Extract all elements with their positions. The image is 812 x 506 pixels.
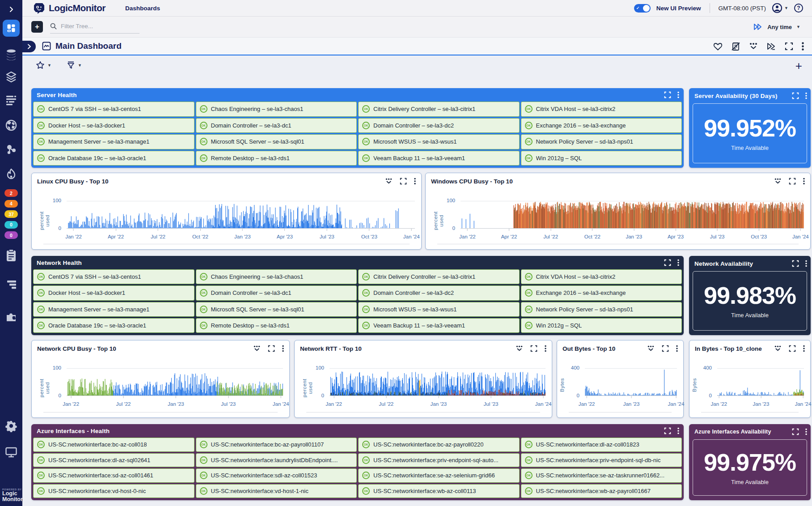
sidebar-item-dashboards[interactable] bbox=[3, 20, 20, 37]
health-item[interactable]: OKMicrosoft WSUS – se-la3-wsus1 bbox=[358, 134, 520, 149]
widget-summary-icon[interactable] bbox=[774, 345, 782, 352]
kebab-menu-icon[interactable] bbox=[803, 178, 805, 185]
health-item[interactable]: OKUS-SC:networkinterface:priv-endpoint-s… bbox=[358, 453, 520, 468]
fullscreen-icon[interactable] bbox=[792, 428, 799, 435]
health-item[interactable]: OKWin 2012g – SQL bbox=[521, 151, 682, 166]
health-item[interactable]: OKManagement Server – se-la3-manage1 bbox=[33, 302, 195, 317]
health-item[interactable]: OKUS-SC:networkinterface:bc-az-payroll02… bbox=[358, 438, 520, 452]
time-range-selector[interactable]: Any time bbox=[767, 24, 792, 30]
health-item[interactable]: OKCitrix Delivery Controller – se-la3-ci… bbox=[358, 102, 520, 117]
kebab-menu-icon[interactable] bbox=[677, 91, 679, 98]
kebab-menu-icon[interactable] bbox=[803, 345, 805, 352]
chart-plot-area[interactable]: percent used 100 0 Jan '22Apr '22Jul '22… bbox=[32, 189, 421, 249]
add-widget-button[interactable]: + bbox=[795, 61, 802, 71]
health-item[interactable]: OKManagement Server – se-la3-manage1 bbox=[33, 134, 195, 149]
health-item[interactable]: OKExchange 2016 – se-la3-exchange bbox=[521, 285, 682, 300]
health-item[interactable]: OKUS-SC:networkinterface:se-az-selenium-… bbox=[358, 468, 520, 483]
health-item[interactable]: OKChaos Engineering – se-la3-chaos1 bbox=[196, 102, 357, 117]
health-item[interactable]: OKUS-SC:networkinterface:dl-az-coll01823 bbox=[521, 438, 682, 452]
fullscreen-icon[interactable] bbox=[268, 345, 275, 352]
health-item[interactable]: OKWin 2012g – SQL bbox=[521, 318, 682, 333]
fullscreen-icon[interactable] bbox=[530, 345, 537, 352]
health-item[interactable]: OKUS-SC:networkinterface:se-az-taskrunne… bbox=[521, 468, 682, 483]
health-item[interactable]: OKUS-SC:networkinterface:sdl-az-coll0152… bbox=[196, 468, 357, 483]
widget-filter[interactable]: ▼ bbox=[67, 61, 82, 69]
health-item[interactable]: OKDocker Host – se-la3-docker1 bbox=[33, 118, 195, 133]
health-item[interactable]: OKCentOS 7 via SSH – se-la3-centos1 bbox=[33, 102, 195, 117]
sidebar-item-remote-session[interactable] bbox=[0, 446, 22, 458]
sidebar-item-modules[interactable] bbox=[0, 71, 22, 83]
fullscreen-icon[interactable] bbox=[792, 92, 799, 99]
health-item[interactable]: OKRemote Desktop – se-la3-rds1 bbox=[196, 318, 357, 333]
kebab-menu-icon[interactable] bbox=[805, 92, 807, 99]
health-item[interactable]: OKDomain Controller – se-la3-dc2 bbox=[358, 118, 520, 133]
kebab-menu-icon[interactable] bbox=[805, 428, 807, 435]
alert-badge-1[interactable]: 4 bbox=[4, 200, 18, 208]
fullscreen-icon[interactable] bbox=[400, 178, 407, 185]
health-item[interactable]: OKUS-SC:networkinterface:vd-host-0-nic bbox=[33, 484, 195, 498]
collapse-tree-button[interactable] bbox=[22, 41, 36, 52]
sidebar-item-settings[interactable] bbox=[0, 420, 22, 432]
fast-forward-icon[interactable] bbox=[753, 23, 763, 31]
health-item[interactable]: OKUS-SC:networkinterface:wb-az-coll0113 bbox=[358, 484, 520, 498]
sidebar-item-alerts[interactable] bbox=[0, 168, 22, 181]
health-item[interactable]: OKExchange 2016 – se-la3-exchange bbox=[521, 118, 682, 133]
health-item[interactable]: OKCitrix VDA Host – se-la3-citrix2 bbox=[521, 269, 682, 284]
fullscreen-icon[interactable] bbox=[664, 91, 671, 98]
sidebar-item-service-insight[interactable] bbox=[0, 143, 22, 156]
health-item[interactable]: OKUS-SC:networkinterface:bc-az-coll018 bbox=[33, 438, 195, 452]
health-item[interactable]: OKDomain Controller – se-la3-dc1 bbox=[196, 118, 357, 133]
slideshow-play-icon[interactable] bbox=[766, 42, 776, 51]
widget-summary-icon[interactable] bbox=[647, 345, 655, 352]
health-item[interactable]: OKDocker Host – se-la3-docker1 bbox=[33, 285, 195, 300]
chart-plot-area[interactable]: Bytes 400 0 Jan '22Jan '23Jan '24 bbox=[557, 357, 683, 417]
alert-badge-4[interactable]: 0 bbox=[4, 231, 18, 239]
health-item[interactable]: OKUS-SC:networkinterface:bc-az-payroll01… bbox=[196, 438, 357, 452]
add-dashboard-button[interactable]: + bbox=[31, 21, 43, 33]
chart-plot-area[interactable]: Bytes 400 0 Jan '22Jan '23Jan '24 bbox=[689, 357, 810, 417]
health-item[interactable]: OKUS-SC:networkinterface:laundrylistDbEn… bbox=[196, 453, 357, 468]
help-icon[interactable]: ? bbox=[794, 4, 803, 13]
chart-plot-area[interactable]: percent used 100 0 Jan '22Apr '22Jul '22… bbox=[426, 189, 810, 249]
widget-summary-icon[interactable] bbox=[253, 345, 261, 352]
chart-plot-area[interactable]: percent used 100 0 Jan '22Jul '22Jan '23… bbox=[295, 357, 552, 417]
health-item[interactable]: OKVeeam Backup 11 – se-la3-veeam1 bbox=[358, 318, 520, 333]
fullscreen-icon[interactable] bbox=[789, 345, 796, 352]
alert-badge-2[interactable]: 37 bbox=[4, 210, 18, 218]
report-disabled-icon[interactable] bbox=[731, 42, 740, 51]
nav-dashboards[interactable]: Dashboards bbox=[125, 5, 160, 12]
alert-badge-3[interactable]: 0 bbox=[4, 221, 18, 229]
kebab-menu-icon[interactable] bbox=[677, 259, 679, 266]
chevron-down-icon[interactable]: ▼ bbox=[796, 25, 800, 29]
health-item[interactable]: OKDomain Controller – se-la3-dc2 bbox=[358, 285, 520, 300]
health-item[interactable]: OKCitrix Delivery Controller – se-la3-ci… bbox=[358, 269, 520, 284]
alert-badge-0[interactable]: 2 bbox=[4, 189, 18, 197]
fullscreen-icon[interactable] bbox=[792, 260, 799, 267]
user-menu[interactable]: ▼ bbox=[772, 3, 788, 13]
health-item[interactable]: OKCitrix VDA Host – se-la3-citrix2 bbox=[521, 102, 682, 117]
health-item[interactable]: OKVeeam Backup 11 – se-la3-veeam1 bbox=[358, 151, 520, 166]
health-item[interactable]: OKUS-SC:networkinterface:wb-az-payroll01… bbox=[521, 484, 682, 498]
widget-summary-icon[interactable] bbox=[385, 178, 393, 185]
health-item[interactable]: OKUS-SC:networkinterface:priv-endpoint-s… bbox=[521, 453, 682, 468]
health-item[interactable]: OKNetwork Policy Server – sd-la3-nps01 bbox=[521, 302, 682, 317]
sidebar-item-reports[interactable] bbox=[0, 249, 22, 262]
sidebar-expand-icon[interactable] bbox=[0, 4, 22, 14]
kebab-menu-icon[interactable] bbox=[805, 260, 807, 267]
kebab-menu-icon[interactable] bbox=[545, 345, 546, 352]
sidebar-item-logs[interactable] bbox=[0, 95, 22, 106]
widget-summary-icon[interactable] bbox=[774, 178, 782, 185]
filter-tree-input[interactable]: Filter Tree... bbox=[50, 20, 140, 34]
fullscreen-icon[interactable] bbox=[785, 42, 793, 51]
health-item[interactable]: OKChaos Engineering – se-la3-chaos1 bbox=[196, 269, 357, 284]
health-item[interactable]: OKNetwork Policy Server – sd-la3-nps01 bbox=[521, 134, 682, 149]
sidebar-item-exchange[interactable] bbox=[0, 310, 22, 323]
widget-summary-icon[interactable] bbox=[516, 345, 523, 352]
favorites-filter[interactable]: ▼ bbox=[36, 61, 51, 70]
health-item[interactable]: OKDomain Controller – se-la3-dc1 bbox=[196, 285, 357, 300]
health-item[interactable]: OKOracle Database 19c – se-la3-oracle1 bbox=[33, 318, 195, 333]
kebab-menu-icon[interactable] bbox=[414, 178, 416, 185]
fullscreen-icon[interactable] bbox=[664, 259, 671, 266]
kebab-menu-icon[interactable] bbox=[282, 345, 284, 352]
sidebar-item-resources[interactable] bbox=[0, 48, 22, 62]
